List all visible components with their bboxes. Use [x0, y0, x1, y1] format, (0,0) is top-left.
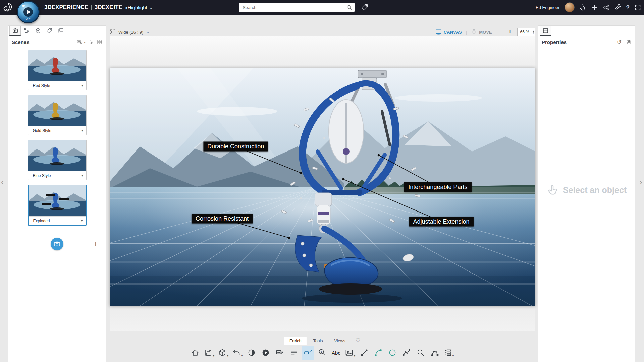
arc-tool[interactable] — [372, 346, 385, 360]
caret-down-icon[interactable]: ▾ — [354, 354, 356, 360]
touch-icon[interactable] — [579, 4, 586, 11]
tab-models[interactable] — [32, 26, 44, 36]
tab-tags[interactable] — [44, 26, 55, 36]
topbar: 3D V.R 3DEXPERIENCE | 3DEXCITE xHighligh… — [0, 0, 644, 15]
move-mode-button[interactable]: MOVE — [471, 29, 492, 35]
search-input[interactable] — [239, 3, 355, 12]
avatar[interactable] — [565, 2, 575, 12]
add-icon[interactable] — [591, 4, 598, 11]
scene-card-blue-style[interactable]: Blue Style▾ — [28, 140, 87, 180]
scene-label-bar[interactable]: Red Style▾ — [28, 81, 86, 90]
canvas-icon — [435, 29, 442, 35]
share-icon[interactable] — [603, 4, 610, 11]
tab-tools[interactable]: Tools — [308, 337, 328, 345]
canvas-mode-button[interactable]: CANVAS — [435, 29, 462, 35]
save-icon[interactable] — [626, 39, 632, 45]
callout-label[interactable]: Corrosion Resistant — [192, 214, 253, 224]
shading-tool[interactable] — [245, 346, 258, 360]
scene-label-bar[interactable]: Blue Style▾ — [28, 171, 86, 180]
caret-down-icon[interactable]: ▾ — [452, 354, 454, 360]
tab-media[interactable] — [55, 26, 66, 36]
scene-label-bar[interactable]: Exploded▾ — [29, 216, 86, 225]
collapse-right-icon[interactable]: › — [639, 177, 642, 187]
hand-pointer-icon — [547, 184, 559, 196]
zoom-in-button[interactable]: + — [506, 28, 513, 36]
capture-scene-button[interactable] — [51, 238, 63, 250]
curve-tool[interactable] — [428, 346, 441, 360]
play-icon — [262, 349, 270, 357]
scene-label-bar[interactable]: Gold Style▾ — [28, 126, 86, 135]
fullscreen-icon[interactable] — [634, 4, 641, 11]
scene-thumbnail[interactable] — [29, 185, 86, 216]
image-insert-tool[interactable]: ▾ — [344, 346, 357, 360]
zoom-region-tool[interactable] — [414, 346, 427, 360]
chevron-down-icon[interactable]: ▾ — [81, 128, 83, 133]
properties-tab-icon — [543, 28, 548, 34]
scene-card-red-style[interactable]: Red Style▾ — [28, 50, 87, 90]
app-title[interactable]: 3DEXPERIENCE | 3DEXCITE xHighlight ⌄ — [44, 0, 153, 15]
zoom-level-control[interactable]: 66 % ▴ ▾ — [517, 28, 535, 36]
chevron-down-icon[interactable]: ⌄ — [146, 29, 149, 34]
annotation-icon — [304, 349, 312, 357]
caret-down-icon[interactable]: ▾ — [241, 354, 243, 360]
grid-view-icon[interactable] — [97, 39, 102, 45]
tab-structure[interactable] — [21, 26, 32, 36]
line-tool[interactable] — [358, 346, 371, 360]
callout-label[interactable]: Interchangeable Parts — [404, 182, 471, 192]
image-insert-icon — [345, 349, 353, 357]
numbered-callout-icon: 1 — [318, 349, 326, 357]
save-tool[interactable]: ▾ — [203, 346, 216, 360]
add-scene-button[interactable]: + — [93, 239, 98, 249]
canvas-image[interactable]: Durable ConstructionInterchangeable Part… — [110, 68, 535, 306]
callout-label[interactable]: Adjustable Extension — [409, 217, 473, 226]
collapse-left-icon[interactable]: ‹ — [1, 177, 4, 187]
play-tool[interactable] — [259, 346, 272, 360]
tag-icon[interactable] — [361, 4, 368, 11]
caret-down-icon[interactable]: ▾ — [213, 354, 215, 360]
help-icon[interactable]: ? — [626, 4, 630, 11]
tab-views[interactable]: Views — [329, 337, 351, 345]
structure-tool[interactable]: ▾ — [442, 346, 455, 360]
caret-down-icon[interactable]: ▾ — [227, 354, 229, 360]
scene-export-tool[interactable]: ▾ — [217, 346, 230, 360]
search-icon[interactable] — [346, 4, 352, 10]
cube-icon — [35, 28, 41, 34]
select-cursor-icon[interactable] — [89, 39, 94, 45]
numbered-callout-tool[interactable]: 1 — [316, 346, 328, 360]
caret-down-icon[interactable]: ▾ — [84, 40, 86, 44]
undo-tool[interactable]: ▾ — [231, 346, 244, 360]
text-tool[interactable]: Abc — [330, 346, 342, 360]
annotation-tool[interactable] — [302, 346, 314, 360]
tab-enrich[interactable]: Enrich — [284, 337, 307, 345]
user-name[interactable]: Ed Engineer — [536, 5, 560, 10]
tool-row: ▾▾▾1Abc▾▾ — [189, 346, 455, 360]
scene-thumbnail[interactable] — [28, 50, 86, 81]
scene-thumbnail[interactable] — [28, 140, 86, 171]
aspect-ratio-label: Wide (16 : 9) — [118, 29, 143, 35]
home-tool[interactable] — [189, 346, 202, 360]
export-image-icon[interactable] — [77, 39, 82, 45]
home-icon — [191, 349, 199, 357]
aspect-ratio-selector[interactable]: Wide (16 : 9) ⌄ — [110, 29, 149, 35]
ellipse-tool[interactable] — [386, 346, 399, 360]
scene-thumbnail[interactable] — [28, 95, 86, 126]
alignment-tool[interactable] — [287, 346, 300, 360]
compass-icon[interactable]: 3D V.R — [17, 1, 40, 23]
polyline-tool[interactable] — [400, 346, 413, 360]
chevron-down-icon[interactable]: ⌄ — [149, 5, 153, 10]
chevron-down-icon[interactable]: ▾ — [81, 83, 83, 88]
zoom-out-button[interactable]: − — [496, 28, 502, 36]
settings-icon[interactable] — [614, 4, 622, 11]
chevron-down-icon[interactable]: ▾ — [81, 173, 83, 178]
tab-scenes[interactable] — [9, 26, 21, 36]
image-variant-tool[interactable] — [273, 346, 286, 360]
favorite-icon[interactable]: ♡ — [356, 337, 360, 345]
tab-properties[interactable] — [540, 26, 551, 36]
scene-card-gold-style[interactable]: Gold Style▾ — [28, 95, 87, 135]
zoom-step-down-icon[interactable]: ▾ — [533, 32, 534, 34]
save-icon — [204, 349, 212, 357]
chevron-down-icon[interactable]: ▾ — [81, 219, 83, 223]
callout-label[interactable]: Durable Construction — [203, 142, 268, 152]
scene-card-exploded[interactable]: Exploded▾ — [28, 185, 87, 226]
reset-icon[interactable]: ↺ — [617, 39, 622, 45]
